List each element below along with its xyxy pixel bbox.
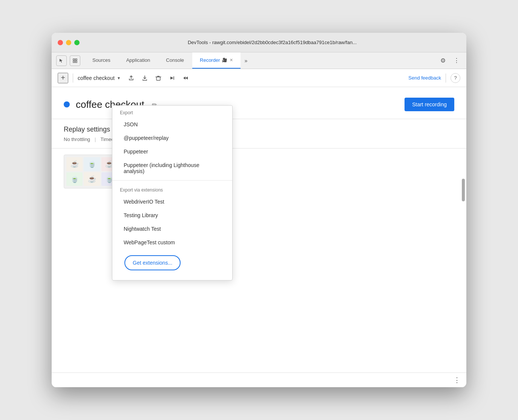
dropdown-item-puppeteer-lighthouse[interactable]: Puppeteer (including Lighthouse analysis… [112, 158, 232, 178]
replay-settings-title: Replay settings [64, 126, 110, 133]
tab-console[interactable]: Console [158, 52, 192, 69]
chevron-down-icon: ▾ [118, 75, 120, 81]
dropdown-divider [112, 180, 232, 181]
svg-rect-1 [75, 59, 77, 60]
dropdown-menu: Export JSON @puppeteer/replay Puppeteer … [112, 105, 233, 281]
maximize-button[interactable] [74, 40, 80, 45]
delete-button[interactable] [153, 73, 164, 83]
tab-close-recorder[interactable]: ✕ [230, 58, 233, 63]
toolbar-divider [73, 74, 73, 83]
window-title: DevTools - rawgit.com/ebidel/2d2bb0cdec3… [84, 40, 460, 45]
more-options-button[interactable]: ⋮ [451, 55, 462, 66]
rewind-button[interactable] [180, 73, 191, 83]
dropdown-item-json[interactable]: JSON [112, 118, 232, 131]
dropdown-item-webdriverio[interactable]: WebdriverIO Test [112, 195, 232, 208]
tab-more[interactable]: » [241, 52, 250, 69]
svg-rect-2 [73, 61, 75, 63]
throttling-label: No throttling [64, 136, 90, 142]
svg-rect-0 [73, 59, 75, 60]
recording-dot [64, 101, 70, 107]
toolbar-actions [126, 73, 191, 83]
settings-button[interactable]: ⚙ [438, 55, 448, 66]
export-button[interactable] [126, 73, 136, 83]
pipe-separator: | [95, 136, 96, 142]
kebab-icon[interactable]: ⋮ [454, 376, 460, 384]
replay-button[interactable] [167, 73, 177, 83]
get-extensions-button[interactable]: Get extensions... [124, 255, 181, 270]
inspect-icon-btn[interactable] [70, 55, 80, 66]
title-bar: DevTools - rawgit.com/ebidel/2d2bb0cdec3… [52, 33, 466, 52]
export-section-label: Export [112, 106, 232, 118]
tab-bar: Sources Application Console Recorder 🎥 ✕… [52, 52, 466, 69]
extensions-section-label: Export via extensions [112, 183, 232, 195]
close-button[interactable] [58, 40, 63, 45]
recording-name-label: coffee checkout [78, 75, 115, 81]
dropdown-item-testing-library[interactable]: Testing Library [112, 208, 232, 222]
tab-bar-right: ⚙ ⋮ [433, 52, 466, 69]
recording-selector[interactable]: coffee checkout ▾ [78, 75, 120, 81]
main-content: coffee checkout ✏ Start recording Replay… [52, 87, 466, 387]
devtools-window: DevTools - rawgit.com/ebidel/2d2bb0cdec3… [52, 33, 466, 387]
svg-rect-3 [75, 61, 77, 63]
toolbar-divider-2 [446, 74, 446, 83]
bottom-nav: ⋮ [52, 372, 466, 387]
dropdown-item-puppeteer[interactable]: Puppeteer [112, 145, 232, 158]
download-button[interactable] [139, 73, 150, 83]
toolbar: + coffee checkout ▾ [52, 69, 466, 87]
tabs: Sources Application Console Recorder 🎥 ✕… [85, 52, 250, 69]
cursor-icon-btn[interactable] [56, 55, 67, 66]
minimize-button[interactable] [66, 40, 71, 45]
scrollbar[interactable] [462, 179, 465, 201]
tab-sources[interactable]: Sources [85, 52, 118, 69]
svg-rect-4 [156, 77, 160, 80]
dropdown-item-webpagetest[interactable]: WebPageTest custom [112, 236, 232, 249]
tab-recorder[interactable]: Recorder 🎥 ✕ [192, 52, 241, 69]
start-recording-button[interactable]: Start recording [405, 98, 454, 111]
help-button[interactable]: ? [451, 73, 460, 83]
traffic-lights [58, 40, 80, 45]
dropdown-item-puppeteer-replay[interactable]: @puppeteer/replay [112, 131, 232, 145]
send-feedback-link[interactable]: Send feedback [408, 75, 441, 81]
tab-bar-left [52, 52, 85, 69]
dropdown-item-nightwatch[interactable]: Nightwatch Test [112, 222, 232, 236]
add-recording-button[interactable]: + [58, 73, 68, 83]
tab-application[interactable]: Application [119, 52, 158, 69]
